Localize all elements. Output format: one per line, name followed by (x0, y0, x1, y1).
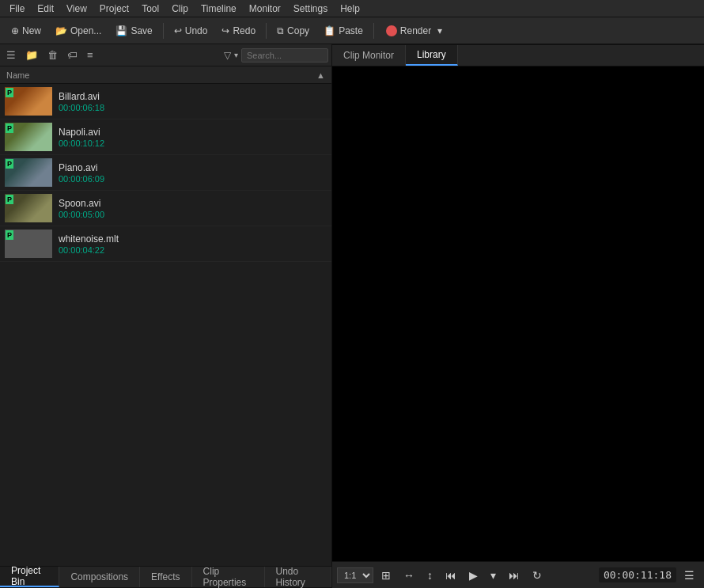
file-duration: 00:00:10:12 (59, 138, 104, 148)
file-duration: 00:00:06:18 (59, 103, 104, 112)
tab-library[interactable]: Library (406, 45, 458, 66)
render-dot (386, 25, 397, 36)
tab-undo-history[interactable]: Undo History (265, 567, 331, 587)
save-icon: 💾 (115, 25, 127, 36)
zoom-select[interactable]: 1:1 (337, 567, 373, 583)
menu-tool[interactable]: Tool (135, 2, 165, 16)
filter-icon: ▽ (224, 50, 231, 61)
preview-controls: 1:1 ⊞ ↔ ↕ ⏮ ▶ ▾ ⏭ ↻ 00:00:11:18 ☰ (332, 561, 704, 588)
menu-settings[interactable]: Settings (287, 2, 334, 16)
bin-list-button[interactable]: ≡ (84, 47, 97, 63)
separator-1 (163, 23, 164, 39)
proxy-badge: P (6, 195, 13, 204)
tab-project-bin[interactable]: Project Bin (0, 567, 59, 587)
open-button[interactable]: 📂 Open... (49, 23, 108, 39)
tab-clip-properties[interactable]: Clip Properties (192, 567, 265, 587)
render-dropdown-icon: ▾ (437, 25, 442, 36)
redo-button[interactable]: ↪ Redo (215, 23, 262, 39)
bin-add-button[interactable]: ☰ (3, 47, 19, 63)
menu-monitor[interactable]: Monitor (243, 2, 287, 16)
bin-folder-button[interactable]: 📁 (22, 47, 41, 63)
right-panel: Clip Monitor Library 1:1 ⊞ ↔ ↕ ⏮ ▶ ▾ ⏭ ↻… (332, 44, 704, 588)
bin-tag-button[interactable]: 🏷 (64, 47, 81, 63)
file-name: whitenoise.mlt (59, 233, 119, 245)
list-item[interactable]: P Spoon.avi 00:00:05:00 (0, 191, 331, 226)
paste-button[interactable]: 📋 Paste (317, 23, 369, 39)
menu-timeline[interactable]: Timeline (195, 2, 243, 16)
file-list-header: Name ▲ (0, 66, 331, 84)
thumbnail: P (5, 194, 52, 222)
tab-bar: Project Bin Compositions Effects Clip Pr… (0, 566, 331, 588)
file-name: Billard.avi (59, 91, 104, 102)
proxy-badge: P (6, 159, 13, 169)
fast-forward-button[interactable]: ⏭ (504, 567, 524, 584)
file-name: Piano.avi (59, 162, 104, 173)
list-item[interactable]: P Billard.avi 00:00:06:18 (0, 84, 331, 119)
proxy-badge: P (6, 88, 13, 97)
rewind-button[interactable]: ⏮ (441, 567, 461, 584)
thumbnail: P (5, 87, 52, 116)
save-button[interactable]: 💾 Save (109, 23, 158, 39)
separator-3 (373, 23, 374, 39)
left-panel: ☰ 📁 🗑 🏷 ≡ ▽ ▾ Name ▲ P Billard.avi (0, 44, 332, 588)
play-button[interactable]: ▶ (464, 567, 483, 584)
fit-frame-button[interactable]: ⊞ (377, 567, 396, 584)
file-name: Napoli.avi (59, 127, 104, 138)
menu-edit[interactable]: Edit (31, 2, 60, 16)
filter-dropdown-icon[interactable]: ▾ (234, 51, 238, 59)
proxy-badge: P (6, 230, 13, 240)
zoom-in-button[interactable]: ↔ (399, 567, 419, 584)
open-icon: 📂 (55, 25, 67, 36)
copy-icon: ⧉ (277, 25, 284, 36)
menu-view[interactable]: View (60, 2, 93, 16)
menu-project[interactable]: Project (93, 2, 135, 16)
list-item[interactable]: P Napoli.avi 00:00:10:12 (0, 119, 331, 155)
tab-effects[interactable]: Effects (140, 567, 191, 587)
list-item[interactable]: P whitenoise.mlt 00:00:04:22 (0, 226, 331, 262)
menubar: File Edit View Project Tool Clip Timelin… (0, 0, 704, 17)
separator-2 (266, 23, 267, 39)
play-dropdown[interactable]: ▾ (486, 567, 501, 584)
search-input[interactable] (241, 48, 328, 63)
menu-clip[interactable]: Clip (165, 2, 195, 16)
paste-icon: 📋 (324, 25, 335, 36)
copy-button[interactable]: ⧉ Copy (271, 23, 316, 39)
thumbnail: P (5, 123, 52, 151)
bin-toolbar: ☰ 📁 🗑 🏷 ≡ ▽ ▾ (0, 44, 331, 66)
tab-clip-monitor[interactable]: Clip Monitor (332, 45, 406, 66)
file-name: Spoon.avi (59, 198, 104, 209)
file-duration: 00:00:04:22 (59, 245, 119, 255)
redo-icon: ↪ (221, 25, 229, 36)
preview-timecode: 00:00:11:18 (599, 567, 676, 582)
menu-help[interactable]: Help (334, 2, 366, 16)
sort-icon[interactable]: ▲ (316, 70, 325, 80)
loop-button[interactable]: ↻ (528, 567, 547, 584)
menu-button[interactable]: ☰ (679, 567, 699, 584)
file-list: P Billard.avi 00:00:06:18 P Napoli.avi 0… (0, 84, 331, 566)
new-icon: ⊕ (11, 25, 19, 36)
bin-search-area: ▽ ▾ (224, 48, 328, 63)
thumbnail: P (5, 158, 52, 187)
preview-area (332, 66, 704, 561)
toolbar: ⊕ New 📂 Open... 💾 Save ↩ Undo ↪ Redo ⧉ C… (0, 17, 704, 44)
main-layout: ☰ 📁 🗑 🏷 ≡ ▽ ▾ Name ▲ P Billard.avi (0, 44, 704, 588)
proxy-badge: P (6, 123, 13, 133)
list-item[interactable]: P Piano.avi 00:00:06:09 (0, 155, 331, 191)
undo-button[interactable]: ↩ Undo (168, 23, 214, 39)
new-button[interactable]: ⊕ New (5, 23, 47, 39)
tab-compositions[interactable]: Compositions (59, 567, 140, 587)
thumbnail: P (5, 230, 52, 258)
zoom-out-button[interactable]: ↕ (422, 567, 437, 584)
undo-icon: ↩ (174, 25, 182, 36)
menu-file[interactable]: File (3, 2, 31, 16)
bin-delete-button[interactable]: 🗑 (44, 47, 61, 63)
render-button[interactable]: Render ▾ (378, 23, 450, 39)
monitor-tab-bar: Clip Monitor Library (332, 44, 704, 66)
file-duration: 00:00:05:00 (59, 210, 104, 219)
file-duration: 00:00:06:09 (59, 174, 104, 184)
